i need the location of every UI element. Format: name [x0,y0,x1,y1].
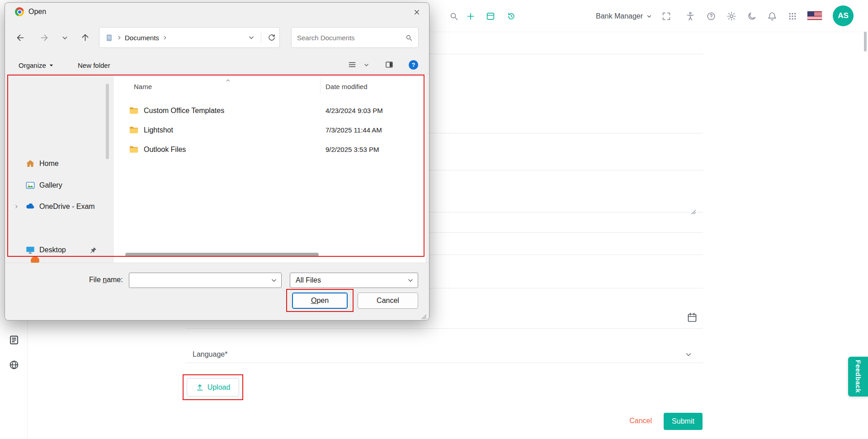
breadcrumb-chevron-icon [117,35,122,40]
preview-pane-icon[interactable] [385,60,394,69]
address-bar[interactable]: Documents [99,27,280,48]
dialog-title: Open [28,8,46,16]
file-type-value: All Files [296,276,321,284]
search-icon [405,34,413,42]
forward-arrow-icon[interactable] [37,31,51,44]
gallery-icon [25,180,35,190]
pin-icon [90,246,97,254]
textarea-resize-icon[interactable] [687,206,697,216]
dialog-help-icon[interactable]: ? [409,60,418,70]
dialog-titlebar: Open [5,3,429,21]
history-icon[interactable] [505,10,517,22]
upload-button[interactable]: Upload [187,378,239,397]
address-divider [261,32,261,43]
footer-divider [5,263,429,263]
new-folder-label: New folder [78,61,110,69]
column-header-date-modified[interactable]: Date modified [326,83,368,90]
avatar[interactable]: AS [833,5,854,26]
pane-item-home[interactable]: Home [7,155,100,173]
ledger-icon[interactable] [8,334,20,346]
form-divider [185,328,703,329]
chevron-down-icon[interactable] [271,277,277,283]
open-button[interactable]: Open [292,293,348,309]
submit-button[interactable]: Submit [664,413,703,430]
plus-icon[interactable] [465,10,476,22]
role-label: Bank Manager [596,12,643,20]
language-chevron-icon[interactable] [684,350,693,359]
search-icon[interactable] [448,10,460,22]
desktop-icon [25,245,35,255]
dialog-cancel-button[interactable]: Cancel [358,293,418,309]
up-arrow-icon[interactable] [78,31,92,44]
file-row[interactable]: Lightshot 7/3/2025 11:44 AM [114,120,425,140]
documents-icon [105,33,113,42]
onedrive-personal-icon [31,256,39,263]
accessibility-icon[interactable] [684,10,696,22]
calendar-icon[interactable] [687,312,699,325]
onedrive-cloud-icon [25,202,35,212]
column-divider [320,79,321,94]
gear-icon[interactable] [726,10,737,22]
pane-scrollbar[interactable] [106,84,109,159]
search-input[interactable] [297,28,401,47]
breadcrumb-chevron-icon [162,35,167,40]
address-dropdown-icon[interactable] [248,34,255,41]
form-cancel-link[interactable]: Cancel [629,417,652,425]
search-box [291,27,419,48]
apps-grid-icon[interactable] [787,10,798,22]
globe-icon[interactable] [8,359,20,371]
file-name-combobox [129,273,282,288]
page-scrollbar[interactable] [864,32,867,52]
recent-chevron-icon[interactable] [58,31,71,44]
pane-item-gallery[interactable]: Gallery [7,176,100,194]
organize-button[interactable]: Organize [19,60,54,70]
language-label: Language* [193,350,227,359]
file-row[interactable]: Outlook Files 9/2/2025 3:53 PM [114,140,425,159]
folder-icon [129,106,139,115]
upload-label: Upload [208,383,231,392]
form-divider [185,363,703,363]
back-arrow-icon[interactable] [14,31,27,44]
fullscreen-icon[interactable] [660,10,672,22]
pane-item-desktop[interactable]: Desktop [7,241,100,259]
view-mode-chevron-icon[interactable] [363,62,369,68]
chevron-down-icon [646,13,652,19]
chrome-icon [15,7,24,16]
file-name-input[interactable] [134,273,269,288]
moon-icon[interactable] [746,10,758,22]
column-header-name[interactable]: Name [134,83,152,90]
flag-canton [807,11,814,16]
chevron-down-icon [49,63,54,68]
home-icon [25,159,35,169]
expand-chevron-icon[interactable] [7,204,25,209]
new-folder-button[interactable]: New folder [78,60,110,70]
sort-ascending-icon [225,78,231,84]
folder-icon [129,145,139,154]
upload-icon [196,383,204,392]
folder-icon [129,126,139,134]
breadcrumb-documents[interactable]: Documents [125,34,159,42]
places-pane: Home Gallery OneDrive - Exam Desktop Dow… [5,75,113,263]
horizontal-scrollbar[interactable] [125,253,319,256]
pane-item-onedrive[interactable]: OneDrive - Exam [7,198,100,216]
role-switcher[interactable]: Bank Manager [596,0,652,32]
open-file-dialog: Open Documents Organize New folder [5,2,429,321]
refresh-icon[interactable] [268,33,276,42]
file-name-label: File name: [89,276,123,284]
file-row[interactable]: Custom Office Templates 4/23/2024 9:03 P… [114,101,425,120]
help-icon[interactable] [705,10,717,22]
close-icon[interactable] [411,6,423,18]
us-flag-icon[interactable] [807,11,822,21]
chevron-down-icon [407,277,414,283]
organize-label: Organize [19,61,46,69]
file-type-select[interactable]: All Files [290,273,418,288]
bell-icon[interactable] [766,10,778,22]
card-icon[interactable] [485,10,496,22]
command-bar: Organize New folder ? [5,56,429,74]
feedback-tab[interactable]: Feedback [848,357,868,397]
resize-grip-icon[interactable] [418,311,428,321]
screen: { "dialog": { "title": "Open", "nav": { … [0,0,868,439]
view-mode-icon[interactable] [348,60,357,69]
